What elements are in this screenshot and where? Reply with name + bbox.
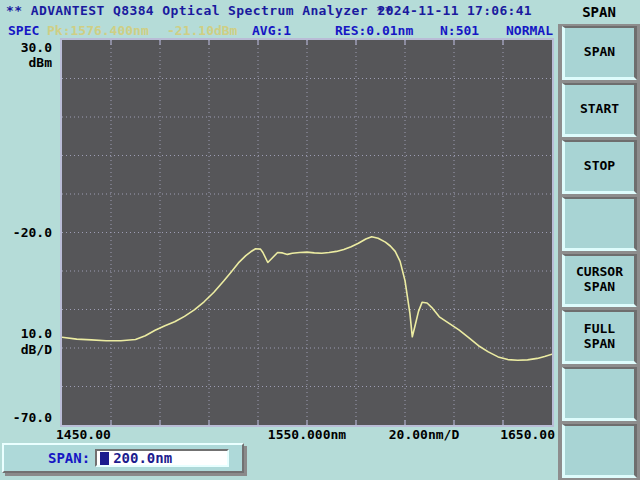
y-axis-mid-label: -20.0 xyxy=(13,225,52,240)
mode-label: SPEC xyxy=(8,23,39,38)
averaging-readout: AVG:1 xyxy=(252,23,291,38)
peak-wavelength-readout: Pk:1576.400nm xyxy=(47,23,149,38)
softkey-panel: SPAN START STOP CURSOR SPAN FULL SPAN xyxy=(558,24,640,480)
span-entry-panel: SPAN: 200.0nm xyxy=(2,443,244,473)
x-axis-min-label: 1450.00 xyxy=(56,427,111,442)
softkey-stop[interactable]: STOP xyxy=(562,140,637,194)
spectrum-trace xyxy=(62,237,552,361)
x-axis-max-label: 1650.00 xyxy=(500,427,555,442)
y-axis-max-label: 30.0 xyxy=(21,40,52,55)
span-input[interactable]: 200.0nm xyxy=(95,449,229,467)
text-cursor xyxy=(100,452,109,465)
y-axis-per-div-label: 10.0 xyxy=(21,326,52,341)
softkey-blank-2[interactable] xyxy=(562,367,637,421)
softkey-start[interactable]: START xyxy=(562,83,637,137)
softkey-full-span[interactable]: FULL SPAN xyxy=(562,310,637,364)
x-axis-labels: 1450.00 1550.000nm 20.00nm/D 1650.00 xyxy=(0,427,558,443)
x-axis-center-label: 1550.000nm xyxy=(268,427,346,442)
y-axis-unit-label: dBm xyxy=(29,55,52,70)
x-axis-per-div-label: 20.00nm/D xyxy=(389,427,459,442)
softkey-cursor-span[interactable]: CURSOR SPAN xyxy=(562,254,637,308)
span-value: 200.0nm xyxy=(113,450,172,466)
resolution-readout: RES:0.01nm xyxy=(335,23,413,38)
softkey-span[interactable]: SPAN xyxy=(562,26,637,80)
softkey-blank-1[interactable] xyxy=(562,197,637,251)
title-bar: ** ADVANTEST Q8384 Optical Spectrum Anal… xyxy=(0,0,558,22)
softkey-menu-title: SPAN xyxy=(558,0,640,24)
y-axis-per-div-unit-label: dB/D xyxy=(21,342,52,357)
app-title: ** ADVANTEST Q8384 Optical Spectrum Anal… xyxy=(6,3,393,18)
y-axis-labels: 30.0 dBm -20.0 10.0 dB/D -70.0 xyxy=(0,40,56,425)
plot-area[interactable] xyxy=(60,38,554,427)
spectrum-plot-svg xyxy=(62,40,552,425)
datetime: 2024-11-11 17:06:41 xyxy=(378,3,532,18)
sweep-mode-readout: NORMAL xyxy=(506,23,553,38)
peak-level-readout: -21.10dBm xyxy=(167,23,237,38)
softkey-blank-3[interactable] xyxy=(562,424,637,478)
span-entry-label: SPAN: xyxy=(48,450,90,466)
sample-points-readout: N:501 xyxy=(440,23,479,38)
y-axis-min-label: -70.0 xyxy=(13,410,52,425)
